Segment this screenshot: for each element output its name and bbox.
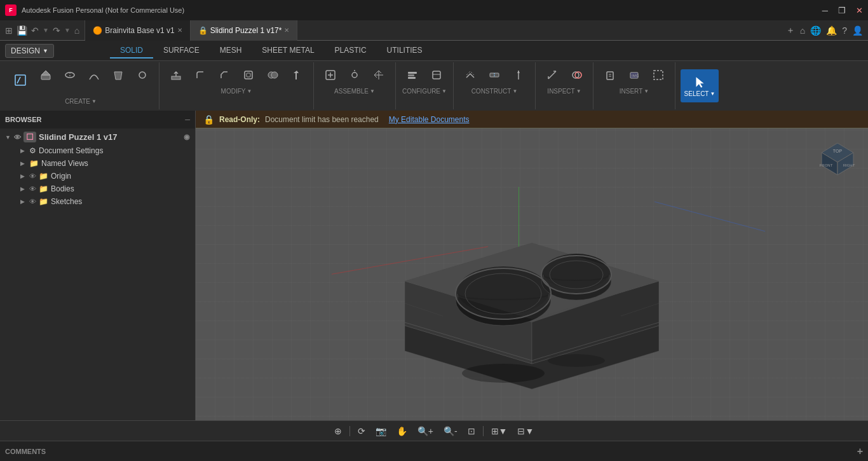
design-arrow: ▼ [43, 48, 48, 54]
tree-arrow-bodies: ▶ [20, 186, 27, 192]
eye-icon-bodies[interactable]: 👁 [29, 185, 36, 193]
move-bodies-btn[interactable] [367, 64, 390, 86]
browser-origin-label: Origin [51, 172, 71, 181]
svg-rect-18 [408, 72, 417, 74]
viewport[interactable]: 🔒 Read-Only: Document limit has been rea… [196, 111, 868, 420]
zoom-in-btn[interactable]: 🔍+ [414, 425, 437, 437]
zoom-out-btn[interactable]: 🔍- [440, 425, 461, 437]
new-component-btn[interactable] [319, 64, 342, 86]
eye-icon-sketches[interactable]: 👁 [29, 198, 36, 205]
canvas-btn[interactable] [647, 64, 670, 86]
browser-named-views[interactable]: ▶ 📁 Named Views [0, 157, 195, 170]
ribbon-tab-surface[interactable]: SURFACE [153, 43, 210, 58]
ribbon-tab-mesh[interactable]: MESH [210, 43, 252, 58]
move-btn[interactable] [285, 64, 308, 86]
browser-root-label: Slidind Puzzel 1 v17 [39, 132, 118, 142]
midplane-btn[interactable] [483, 64, 506, 86]
look-at-btn[interactable]: 📷 [372, 425, 390, 437]
combine-btn[interactable] [261, 64, 284, 86]
activate-icon[interactable]: ◉ [184, 133, 190, 141]
inspect-label[interactable]: INSPECT ▼ [547, 88, 581, 95]
offset-plane-btn[interactable] [459, 64, 482, 86]
browser-sketches[interactable]: ▶ 👁 📁 Sketches [0, 195, 195, 208]
home-btn[interactable]: ⌂ [800, 25, 805, 36]
orbit-btn[interactable]: ⟳ [354, 425, 369, 437]
view-cube[interactable]: TOP FRONT RIGHT [812, 134, 863, 184]
close-button[interactable]: ✕ [856, 6, 863, 15]
new-tab-btn[interactable]: ＋ [786, 25, 795, 36]
undo-arrow-icon[interactable]: ▼ [43, 27, 49, 34]
create-sketch-btn[interactable] [8, 64, 33, 97]
tab-brainvita[interactable]: 🟠 Brainvita Base v1 v1 ✕ [85, 20, 190, 41]
revolve-btn[interactable] [58, 64, 81, 86]
bell-btn[interactable]: 🔔 [826, 25, 837, 36]
extrude-btn[interactable] [34, 64, 57, 86]
ribbon-tab-sheetmetal[interactable]: SHEET METAL [252, 43, 324, 58]
ribbon-tab-solid[interactable]: SOLID [110, 43, 153, 58]
ribbon-tab-utilities[interactable]: UTILITIES [377, 43, 433, 58]
fillet-btn[interactable] [189, 64, 212, 86]
svg-rect-9 [247, 73, 250, 77]
loft-btn[interactable] [107, 64, 130, 86]
editable-docs-link[interactable]: My Editable Documents [389, 115, 470, 124]
design-workspace-btn[interactable]: DESIGN ▼ [5, 44, 54, 58]
minimize-button[interactable]: ─ [822, 6, 828, 15]
configure-label[interactable]: CONFIGURE ▼ [402, 88, 447, 95]
bottom-toolbar: ⊕ ⟳ 📷 ✋ 🔍+ 🔍- ⊡ ⊞▼ ⊟▼ [0, 420, 868, 441]
parameters-btn[interactable] [401, 64, 424, 86]
browser-bodies[interactable]: ▶ 👁 📁 Bodies [0, 182, 195, 195]
browser-doc-settings[interactable]: ▶ ⚙ Document Settings [0, 144, 195, 157]
assemble-label[interactable]: ASSEMBLE ▼ [334, 88, 375, 95]
insert-label[interactable]: INSERT ▼ [620, 88, 649, 95]
browser-root-item[interactable]: ▼ 👁 ☐ Slidind Puzzel 1 v17 ◉ [0, 130, 195, 144]
tab-brainvita-close[interactable]: ✕ [177, 27, 182, 34]
home-icon[interactable]: ⌂ [74, 25, 79, 36]
browser-origin[interactable]: ▶ 👁 📁 Origin [0, 170, 195, 182]
decal-btn[interactable]: IMG [623, 64, 646, 86]
joint-btn[interactable] [343, 64, 366, 86]
insert-derive-btn[interactable] [599, 64, 621, 86]
grid-settings-btn[interactable]: ⊟▼ [513, 425, 538, 437]
modify-label[interactable]: MODIFY ▼ [221, 88, 252, 95]
3d-model-svg [341, 141, 722, 408]
globe-btn[interactable]: 🌐 [810, 25, 821, 36]
svg-point-54 [462, 364, 545, 383]
pan-btn[interactable]: ✋ [393, 425, 411, 437]
hole-btn[interactable] [131, 64, 154, 86]
construct-label[interactable]: CONSTRUCT ▼ [471, 88, 518, 95]
ribbon-tab-plastic[interactable]: PLASTIC [325, 43, 377, 58]
undo-icon[interactable]: ↶ [31, 25, 39, 36]
nav-origin-btn[interactable]: ⊕ [330, 425, 346, 437]
comments-bar: COMMENTS + [0, 441, 868, 461]
zoom-fit-btn[interactable]: ⊡ [464, 425, 479, 437]
tab-slidind-close[interactable]: ✕ [284, 27, 289, 34]
eye-icon-root[interactable]: 👁 [14, 134, 21, 141]
svg-text:TOP: TOP [833, 149, 843, 153]
press-pull-btn[interactable] [165, 64, 187, 86]
configs-btn[interactable] [425, 64, 448, 86]
restore-button[interactable]: ❐ [838, 6, 846, 15]
display-settings-btn[interactable]: ⊞▼ [487, 425, 512, 437]
select-btn[interactable]: SELECT ▼ [681, 69, 719, 102]
help-btn[interactable]: ? [842, 25, 847, 36]
sweep-btn[interactable] [83, 64, 105, 86]
redo-arrow-icon[interactable]: ▼ [64, 27, 71, 34]
shell-btn[interactable] [237, 64, 260, 86]
save-icon[interactable]: 💾 [17, 25, 27, 36]
measure-btn[interactable] [541, 64, 564, 86]
browser-panel: BROWSER ─ ▼ 👁 ☐ Slidind Puzzel 1 v17 ◉ ▶… [0, 111, 196, 420]
interference-btn[interactable] [565, 64, 588, 86]
tab-slidind[interactable]: 🔒 Slidind Puzzel 1 v17* ✕ [191, 20, 298, 41]
browser-collapse-btn[interactable]: ─ [185, 116, 190, 123]
readonly-message: Document limit has been reached [265, 115, 379, 124]
axis-btn[interactable] [507, 64, 530, 86]
comments-bar-left: COMMENTS [5, 448, 46, 455]
svg-point-6 [139, 72, 146, 78]
redo-icon[interactable]: ↷ [53, 25, 60, 36]
add-comment-btn[interactable]: + [857, 446, 863, 457]
eye-icon-origin[interactable]: 👁 [29, 172, 36, 180]
user-btn[interactable]: 👤 [852, 25, 863, 36]
chamfer-btn[interactable] [213, 64, 236, 86]
create-label[interactable]: CREATE ▼ [65, 98, 97, 105]
modify-group: MODIFY ▼ [159, 62, 314, 109]
